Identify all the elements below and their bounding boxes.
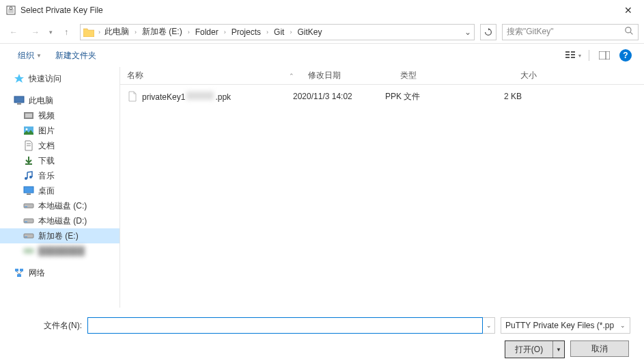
open-dropdown[interactable]: ▼: [553, 341, 564, 358]
sidebar: 快速访问 此电脑 视频 图片 文档 下载: [0, 67, 120, 308]
svg-rect-30: [24, 234, 33, 238]
help-button[interactable]: ?: [619, 49, 632, 62]
breadcrumb-item[interactable]: GitKey: [294, 26, 324, 38]
filename-input[interactable]: [87, 317, 483, 334]
address-bar[interactable]: › 此电脑 › 新加卷 (E:) › Folder › Projects › G…: [80, 24, 475, 40]
svg-rect-14: [17, 103, 21, 105]
navigation-bar: ← → ▾ ↑ › 此电脑 › 新加卷 (E:) › Folder › Proj…: [0, 21, 644, 44]
cancel-button[interactable]: 取消: [570, 340, 629, 357]
svg-rect-6: [565, 54, 570, 55]
svg-rect-26: [24, 204, 33, 208]
chevron-right-icon: ›: [133, 29, 138, 36]
svg-rect-5: [565, 51, 570, 53]
svg-point-3: [626, 27, 631, 32]
star-icon: [14, 73, 25, 84]
sidebar-music[interactable]: 音乐: [0, 168, 120, 183]
svg-rect-29: [25, 222, 27, 222]
sidebar-documents[interactable]: 文档: [0, 138, 120, 153]
file-row[interactable]: privateKey1.ppk 2020/11/3 14:02 PPK 文件 2…: [120, 85, 644, 103]
disk-icon: [23, 230, 34, 241]
breadcrumb-item[interactable]: Folder: [193, 26, 221, 38]
sidebar-network[interactable]: 网络: [0, 265, 120, 280]
svg-rect-9: [571, 54, 575, 55]
sort-arrow-icon: ⌃: [289, 72, 294, 79]
up-button[interactable]: ↑: [58, 24, 74, 40]
computer-icon: [14, 95, 25, 106]
network-icon: [14, 267, 25, 278]
svg-point-18: [26, 129, 28, 131]
documents-icon: [23, 140, 34, 151]
toolbar: 组织 ▼ 新建文件夹 ▼ ?: [0, 44, 644, 67]
sidebar-quick-access[interactable]: 快速访问: [0, 71, 120, 86]
svg-rect-10: [571, 57, 575, 58]
sidebar-this-pc[interactable]: 此电脑: [0, 93, 120, 108]
sidebar-desktop[interactable]: 桌面: [0, 183, 120, 198]
back-button[interactable]: ←: [5, 24, 22, 40]
organize-button[interactable]: 组织 ▼: [12, 47, 47, 64]
sidebar-disk-d[interactable]: 本地磁盘 (D:): [0, 213, 120, 228]
chevron-right-icon[interactable]: ›: [97, 29, 102, 36]
history-dropdown[interactable]: ▾: [49, 29, 53, 36]
filename-dropdown[interactable]: ⌄: [483, 317, 495, 334]
svg-point-22: [25, 177, 27, 180]
svg-rect-28: [24, 219, 33, 223]
search-placeholder: 搜索"GitKey": [507, 26, 625, 38]
divider: [589, 50, 589, 61]
chevron-right-icon: ›: [288, 29, 293, 36]
breadcrumb-item[interactable]: 新加卷 (E:): [139, 25, 185, 39]
breadcrumb-item[interactable]: Git: [271, 26, 287, 38]
open-button-group: 打开(O) ▼: [505, 340, 565, 358]
desktop-icon: [23, 185, 34, 196]
new-folder-button[interactable]: 新建文件夹: [50, 47, 102, 64]
filename-label: 文件名(N):: [14, 320, 82, 332]
forward-button[interactable]: →: [27, 24, 44, 40]
column-size[interactable]: 大小: [475, 70, 544, 81]
svg-rect-27: [25, 206, 27, 207]
folder-icon: [83, 27, 94, 37]
sidebar-downloads[interactable]: 下载: [0, 153, 120, 168]
svg-line-4: [630, 32, 632, 34]
file-date: 2020/11/3 14:02: [286, 92, 378, 101]
search-icon: [625, 27, 634, 38]
main-area: 快速访问 此电脑 视频 图片 文档 下载: [0, 67, 644, 308]
svg-rect-7: [565, 57, 570, 58]
disk-icon: [23, 245, 34, 256]
svg-rect-25: [27, 193, 31, 195]
preview-pane-button[interactable]: [595, 47, 614, 64]
column-name[interactable]: 名称 ⌃: [120, 70, 301, 81]
column-date[interactable]: 修改日期: [301, 70, 393, 81]
refresh-button[interactable]: [480, 24, 496, 40]
titlebar: Select Private Key File ✕: [0, 0, 644, 21]
column-headers: 名称 ⌃ 修改日期 类型 大小: [120, 67, 644, 85]
sidebar-disk-e[interactable]: 新加卷 (E:): [0, 228, 120, 243]
breadcrumb: 此电脑 › 新加卷 (E:) › Folder › Projects › Git…: [102, 25, 324, 39]
sidebar-disk-c[interactable]: 本地磁盘 (C:): [0, 198, 120, 213]
open-button[interactable]: 打开(O): [505, 341, 553, 358]
close-button[interactable]: ✕: [618, 5, 639, 16]
search-input[interactable]: 搜索"GitKey": [502, 24, 639, 40]
disk-icon: [23, 200, 34, 211]
svg-rect-34: [20, 269, 23, 271]
chevron-right-icon: ›: [186, 29, 191, 36]
address-dropdown[interactable]: ⌄: [464, 27, 471, 37]
sidebar-pictures[interactable]: 图片: [0, 123, 120, 138]
svg-point-23: [29, 176, 32, 178]
svg-rect-11: [599, 51, 610, 59]
file-name-text: privateKey1.ppk: [142, 92, 231, 102]
breadcrumb-item[interactable]: Projects: [229, 26, 264, 38]
chevron-right-icon: ›: [265, 29, 270, 36]
view-options-button[interactable]: ▼: [564, 47, 583, 64]
disk-icon: [23, 215, 34, 226]
column-type[interactable]: 类型: [393, 70, 475, 81]
svg-rect-24: [24, 187, 33, 193]
breadcrumb-item[interactable]: 此电脑: [102, 25, 132, 39]
file-type: PPK 文件: [378, 91, 460, 103]
svg-rect-32: [24, 249, 33, 253]
filetype-select[interactable]: PuTTY Private Key Files (*.pp ⌄: [501, 317, 630, 334]
video-icon: [23, 110, 34, 121]
svg-rect-16: [25, 113, 32, 118]
sidebar-hidden-item[interactable]: ████████: [0, 243, 120, 258]
svg-line-37: [19, 271, 22, 274]
sidebar-videos[interactable]: 视频: [0, 108, 120, 123]
bottom-panel: 文件名(N): ⌄ PuTTY Private Key Files (*.pp …: [0, 308, 644, 361]
